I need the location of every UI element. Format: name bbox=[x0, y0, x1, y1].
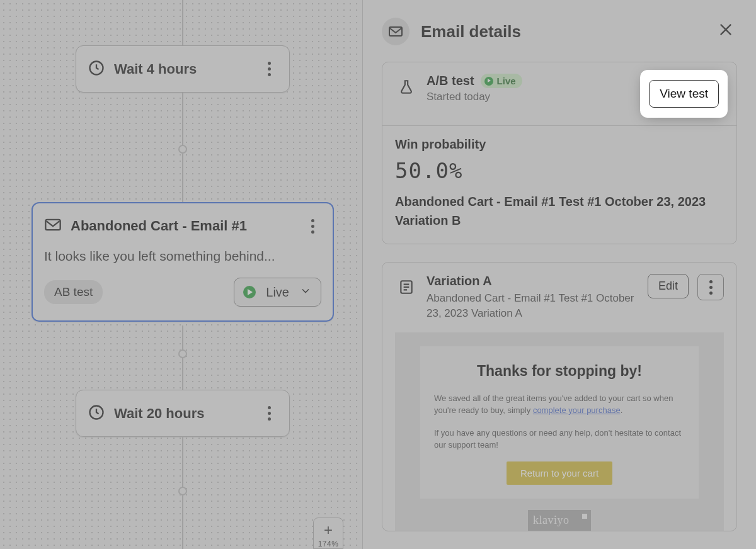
win-probability-value: 50.0% bbox=[395, 158, 724, 183]
chevron-down-icon bbox=[299, 285, 312, 300]
variation-subtitle: Abandoned Cart - Email #1 Test #1 Octobe… bbox=[427, 291, 639, 321]
play-icon bbox=[484, 77, 493, 86]
wait-node-1[interactable]: Wait 4 hours bbox=[76, 45, 290, 93]
status-dropdown-label: Live bbox=[266, 285, 289, 300]
complete-purchase-link[interactable]: complete your purchase bbox=[533, 405, 621, 415]
preview-heading: Thanks for stopping by! bbox=[434, 363, 685, 380]
ab-test-title: A/B test bbox=[427, 74, 474, 88]
klaviyo-logo: klaviyo bbox=[528, 510, 591, 531]
connector-node[interactable] bbox=[178, 145, 187, 154]
view-test-button[interactable]: View test bbox=[649, 80, 719, 108]
connector-line bbox=[182, 154, 183, 202]
connector-node[interactable] bbox=[178, 487, 187, 495]
mail-icon bbox=[44, 217, 62, 235]
connector-line bbox=[182, 0, 183, 45]
edit-button[interactable]: Edit bbox=[648, 274, 689, 298]
ab-test-card: A/B test Live Started today View test Wi… bbox=[382, 62, 737, 244]
close-button[interactable] bbox=[714, 18, 737, 45]
variation-menu-button[interactable] bbox=[697, 274, 724, 300]
flow-canvas[interactable]: Wait 4 hours Abandoned Cart - Email #1 I… bbox=[0, 0, 362, 549]
wait-node-2[interactable]: Wait 20 hours bbox=[76, 390, 290, 437]
variation-title: Variation A bbox=[427, 274, 639, 288]
status-dropdown[interactable]: Live bbox=[234, 278, 321, 307]
connector-node[interactable] bbox=[178, 349, 187, 358]
email-node-menu-button[interactable] bbox=[304, 219, 321, 234]
zoom-level: 174% bbox=[314, 538, 343, 548]
preview-paragraph-1: We saved all of the great items you've a… bbox=[434, 392, 685, 417]
connector-line bbox=[182, 93, 183, 149]
live-badge: Live bbox=[481, 74, 522, 88]
wait-node-label: Wait 4 hours bbox=[114, 61, 260, 77]
email-preview: Thanks for stopping by! We saved all of … bbox=[395, 332, 724, 531]
svg-rect-1 bbox=[45, 220, 60, 230]
clock-icon bbox=[88, 59, 105, 79]
wait-node-menu-button[interactable] bbox=[260, 62, 278, 76]
email-node-selected[interactable]: Abandoned Cart - Email #1 It looks like … bbox=[32, 202, 334, 322]
preview-paragraph-2: If you have any questions or need any he… bbox=[434, 427, 685, 451]
variation-card: Variation A Abandoned Cart - Email #1 Te… bbox=[382, 262, 737, 531]
connector-line bbox=[182, 358, 183, 390]
mail-icon bbox=[382, 18, 410, 45]
email-details-panel: Email details A/B test Live Started toda… bbox=[362, 0, 756, 549]
wait-node-label: Wait 20 hours bbox=[114, 405, 260, 422]
leading-variation-desc: Abandoned Cart - Email #1 Test #1 Octobe… bbox=[395, 192, 724, 230]
wait-node-menu-button[interactable] bbox=[260, 406, 278, 421]
live-badge-label: Live bbox=[497, 76, 516, 86]
return-to-cart-button[interactable]: Return to your cart bbox=[507, 461, 612, 485]
play-icon bbox=[243, 286, 256, 298]
connector-line bbox=[182, 437, 183, 487]
email-node-preview-text: It looks like you left something behind.… bbox=[44, 249, 321, 264]
document-icon bbox=[395, 276, 418, 298]
flask-icon bbox=[395, 76, 418, 98]
connector-line bbox=[182, 495, 183, 549]
zoom-in-button[interactable]: + bbox=[314, 522, 343, 538]
view-test-highlight: View test bbox=[644, 74, 724, 114]
email-node-title: Abandoned Cart - Email #1 bbox=[71, 218, 304, 234]
connector-line bbox=[182, 325, 183, 351]
clock-icon bbox=[88, 404, 105, 424]
win-probability-label: Win probability bbox=[395, 137, 724, 152]
panel-title: Email details bbox=[421, 22, 703, 42]
svg-rect-3 bbox=[389, 27, 402, 36]
ab-test-chip: AB test bbox=[44, 280, 103, 304]
zoom-control[interactable]: + 174% bbox=[313, 518, 343, 549]
ab-test-started: Started today bbox=[427, 91, 635, 103]
